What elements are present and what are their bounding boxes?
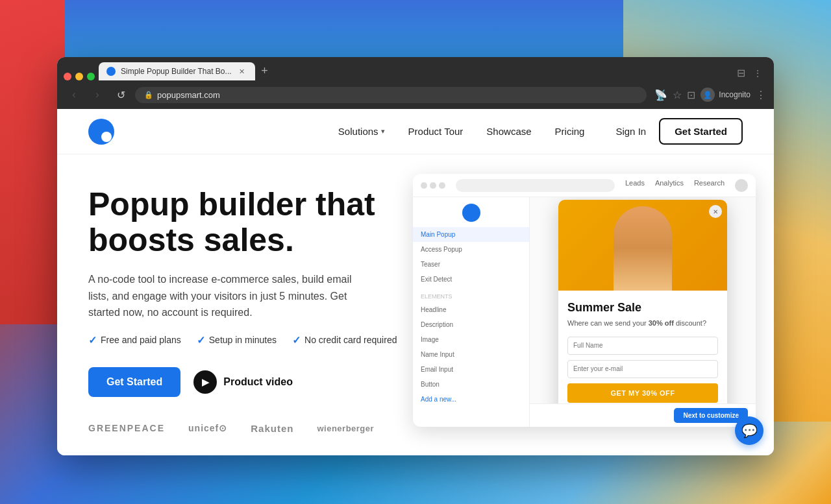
play-icon: ▶ — [193, 370, 217, 394]
popup-image-area — [558, 200, 727, 291]
badge-free-plans-text: Free and paid plans — [101, 335, 181, 345]
pricing-nav-link[interactable]: Pricing — [555, 126, 585, 137]
navbar-get-started-button[interactable]: Get Started — [659, 118, 743, 145]
check-icon-3: ✓ — [292, 334, 301, 346]
window-menu-button[interactable]: ⋮ — [753, 68, 762, 78]
builder-dot-1 — [421, 182, 427, 189]
builder-sidebar-access-popup[interactable]: Access Popup — [413, 242, 529, 257]
builder-leads: Leads — [625, 179, 645, 192]
cast-icon[interactable]: 📡 — [654, 89, 667, 101]
nav-links: Solutions ▾ Product Tour Showcase Pricin… — [338, 126, 585, 137]
badge-no-credit: ✓ No credit card required — [292, 334, 397, 346]
window-mode-icon[interactable]: ⊡ — [687, 89, 695, 101]
chat-widget[interactable]: 💬 — [735, 416, 763, 445]
builder-dot-3 — [439, 182, 445, 189]
builder-canvas: ✕ Summer Sale — [530, 197, 756, 427]
new-tab-button[interactable]: + — [256, 62, 273, 79]
tab-close-button[interactable]: ✕ — [237, 66, 247, 77]
builder-main: Main Popup Access Popup Teaser Exit Dete… — [413, 197, 756, 427]
hero-right: Leads Analytics Research Main Popup Acce… — [413, 180, 743, 427]
back-button[interactable]: ‹ — [65, 86, 83, 104]
builder-next-button[interactable]: Next to customize — [674, 408, 748, 423]
builder-sidebar-description[interactable]: Description — [413, 317, 529, 332]
nav-cta-area: Sign In Get Started — [615, 118, 743, 145]
builder-sidebar-name-input[interactable]: Name Input — [413, 347, 529, 362]
menu-icon[interactable]: ⋮ — [756, 89, 766, 101]
product-video-label: Product video — [223, 376, 293, 388]
browser-actions: 📡 ☆ ⊡ 👤 Incognito ⋮ — [654, 88, 766, 102]
builder-analytics: Analytics — [655, 179, 684, 192]
builder-sidebar-image[interactable]: Image — [413, 332, 529, 347]
url-display: popupsmart.com — [157, 90, 220, 100]
solutions-nav-link[interactable]: Solutions ▾ — [338, 126, 385, 137]
builder-sidebar-logo — [462, 204, 480, 222]
popup-builder-screenshot: Leads Analytics Research Main Popup Acce… — [413, 174, 756, 427]
popup-cta-button[interactable]: GET MY 30% OFF — [567, 383, 718, 403]
security-icon: 🔒 — [144, 91, 153, 99]
hero-actions: Get Started ▶ Product video — [88, 367, 400, 397]
popup-bold-text: 30% off — [649, 319, 674, 327]
builder-url-bar — [456, 179, 615, 192]
refresh-button[interactable]: ↺ — [112, 86, 130, 104]
site-navbar: Solutions ▾ Product Tour Showcase Pricin… — [57, 109, 774, 154]
builder-sidebar-headline[interactable]: Headline — [413, 302, 529, 317]
badge-no-credit-text: No credit card required — [304, 335, 397, 345]
check-icon-2: ✓ — [197, 334, 205, 346]
builder-sidebar-teaser[interactable]: Teaser — [413, 257, 529, 272]
builder-sidebar: Main Popup Access Popup Teaser Exit Dete… — [413, 197, 530, 427]
browser-window: Simple Popup Builder That Bo... ✕ + ⊟ ⋮ … — [57, 57, 774, 455]
minimize-window-button[interactable]: ⊟ — [737, 67, 745, 79]
popup-subtitle-after: discount? — [674, 319, 706, 327]
popup-person-image — [614, 206, 672, 291]
badge-setup-text: Setup in minutes — [209, 335, 277, 345]
forward-button[interactable]: › — [88, 86, 106, 104]
badge-free-plans: ✓ Free and paid plans — [88, 334, 181, 346]
hero-get-started-button[interactable]: Get Started — [88, 367, 180, 397]
brand-logos: GREENPEACE unicef⊙ Rakuten wienerberger — [88, 423, 400, 434]
bookmark-icon[interactable]: ☆ — [673, 89, 682, 101]
sign-in-link[interactable]: Sign In — [615, 126, 646, 137]
builder-bottom: Next to customize — [530, 403, 756, 427]
builder-user-avatar — [735, 179, 748, 192]
popup-subtitle: Where can we send your 30% off discount? — [567, 318, 718, 328]
address-bar[interactable]: 🔒 popupsmart.com — [135, 87, 647, 103]
solutions-chevron-icon: ▾ — [381, 127, 385, 136]
browser-tabs: Simple Popup Builder That Bo... ✕ + ⊟ ⋮ — [57, 57, 774, 80]
product-tour-nav-link[interactable]: Product Tour — [408, 126, 464, 137]
hero-title: Popup builder that boosts sales. — [88, 187, 400, 258]
hero-badges: ✓ Free and paid plans ✓ Setup in minutes… — [88, 334, 400, 346]
builder-dot-2 — [430, 182, 436, 189]
builder-topbar-dots — [421, 182, 445, 189]
hero-left: Popup builder that boosts sales. A no-co… — [88, 180, 400, 434]
brand-rakuten: Rakuten — [251, 423, 293, 434]
product-video-link[interactable]: ▶ Product video — [193, 370, 293, 394]
site-logo[interactable] — [88, 119, 114, 145]
builder-sidebar-email-input[interactable]: Email Input — [413, 362, 529, 377]
incognito-avatar: 👤 — [701, 88, 715, 102]
browser-chrome: Simple Popup Builder That Bo... ✕ + ⊟ ⋮ … — [57, 57, 774, 109]
active-tab[interactable]: Simple Popup Builder That Bo... ✕ — [99, 62, 255, 80]
brand-greenpeace: GREENPEACE — [88, 423, 165, 433]
incognito-label: Incognito — [719, 90, 750, 99]
popup-subtitle-before: Where can we send your — [567, 319, 649, 327]
builder-sidebar-exit[interactable]: Exit Detect — [413, 272, 529, 287]
brand-unicef: unicef⊙ — [188, 423, 227, 433]
incognito-area: 👤 Incognito — [701, 88, 750, 102]
showcase-nav-link[interactable]: Showcase — [486, 126, 531, 137]
traffic-lights — [64, 73, 95, 80]
popup-name-input[interactable] — [567, 337, 718, 355]
hero-section: Popup builder that boosts sales. A no-co… — [57, 154, 774, 455]
builder-sidebar-button[interactable]: Button — [413, 377, 529, 392]
builder-sidebar-main-popup[interactable]: Main Popup — [413, 227, 529, 242]
builder-sidebar-add-new[interactable]: Add a new... — [413, 392, 529, 407]
popup-email-input[interactable] — [567, 360, 718, 378]
browser-toolbar: ‹ › ↺ 🔒 popupsmart.com 📡 ☆ ⊡ 👤 Incognito… — [57, 80, 774, 109]
minimize-traffic-light[interactable] — [75, 73, 83, 80]
hero-subtitle: A no-code tool to increase e-commerce sa… — [88, 271, 361, 321]
logo-icon — [88, 119, 114, 145]
close-traffic-light[interactable] — [64, 73, 71, 80]
website-content: Solutions ▾ Product Tour Showcase Pricin… — [57, 109, 774, 455]
maximize-traffic-light[interactable] — [87, 73, 95, 80]
check-icon-1: ✓ — [88, 334, 97, 346]
tab-title: Simple Popup Builder That Bo... — [121, 67, 232, 76]
